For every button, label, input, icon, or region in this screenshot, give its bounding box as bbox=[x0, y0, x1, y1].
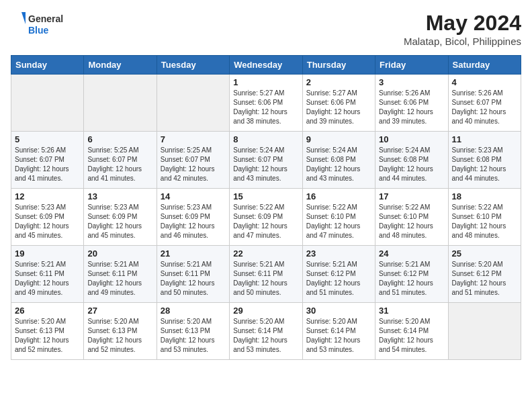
day-info: Sunrise: 5:21 AM Sunset: 6:11 PM Dayligh… bbox=[233, 260, 298, 298]
day-number: 1 bbox=[233, 77, 298, 87]
day-info: Sunrise: 5:21 AM Sunset: 6:12 PM Dayligh… bbox=[379, 260, 444, 298]
day-info: Sunrise: 5:20 AM Sunset: 6:14 PM Dayligh… bbox=[306, 317, 371, 355]
header: GeneralBlue May 2024 Malatap, Bicol, Phi… bbox=[11, 11, 521, 47]
day-cell: 11Sunrise: 5:23 AM Sunset: 6:08 PM Dayli… bbox=[448, 132, 521, 189]
logo: GeneralBlue bbox=[11, 11, 64, 38]
day-cell: 2Sunrise: 5:27 AM Sunset: 6:06 PM Daylig… bbox=[302, 75, 375, 132]
day-number: 18 bbox=[452, 191, 517, 201]
day-cell: 16Sunrise: 5:22 AM Sunset: 6:10 PM Dayli… bbox=[302, 189, 375, 246]
day-number: 5 bbox=[15, 134, 80, 144]
day-number: 13 bbox=[87, 191, 152, 201]
day-number: 4 bbox=[452, 77, 517, 87]
calendar: SundayMondayTuesdayWednesdayThursdayFrid… bbox=[11, 55, 521, 360]
month-year: May 2024 bbox=[404, 11, 521, 36]
day-cell: 26Sunrise: 5:20 AM Sunset: 6:13 PM Dayli… bbox=[11, 303, 84, 360]
day-cell: 25Sunrise: 5:20 AM Sunset: 6:12 PM Dayli… bbox=[448, 246, 521, 303]
day-number: 19 bbox=[15, 248, 80, 259]
day-info: Sunrise: 5:21 AM Sunset: 6:11 PM Dayligh… bbox=[87, 260, 152, 298]
day-info: Sunrise: 5:20 AM Sunset: 6:13 PM Dayligh… bbox=[15, 317, 80, 355]
header-friday: Friday bbox=[375, 56, 448, 75]
day-cell: 20Sunrise: 5:21 AM Sunset: 6:11 PM Dayli… bbox=[84, 246, 157, 303]
day-number: 10 bbox=[379, 134, 444, 144]
day-number: 15 bbox=[233, 191, 298, 201]
day-cell bbox=[157, 75, 229, 132]
day-info: Sunrise: 5:20 AM Sunset: 6:12 PM Dayligh… bbox=[452, 260, 517, 298]
day-cell: 15Sunrise: 5:22 AM Sunset: 6:09 PM Dayli… bbox=[230, 189, 302, 246]
svg-text:General: General bbox=[28, 13, 63, 24]
logo-svg: GeneralBlue bbox=[11, 11, 64, 38]
day-info: Sunrise: 5:22 AM Sunset: 6:10 PM Dayligh… bbox=[306, 203, 371, 240]
day-number: 9 bbox=[306, 134, 371, 144]
day-number: 11 bbox=[452, 134, 517, 144]
day-info: Sunrise: 5:27 AM Sunset: 6:06 PM Dayligh… bbox=[306, 89, 371, 126]
day-number: 30 bbox=[306, 306, 371, 316]
day-info: Sunrise: 5:25 AM Sunset: 6:07 PM Dayligh… bbox=[87, 146, 152, 183]
svg-text:Blue: Blue bbox=[28, 25, 49, 36]
day-number: 22 bbox=[233, 248, 298, 259]
day-cell: 7Sunrise: 5:25 AM Sunset: 6:07 PM Daylig… bbox=[157, 132, 229, 189]
day-info: Sunrise: 5:26 AM Sunset: 6:06 PM Dayligh… bbox=[379, 89, 444, 126]
day-info: Sunrise: 5:20 AM Sunset: 6:14 PM Dayligh… bbox=[379, 317, 444, 355]
day-number: 25 bbox=[452, 248, 517, 259]
day-info: Sunrise: 5:20 AM Sunset: 6:13 PM Dayligh… bbox=[161, 317, 226, 355]
day-cell: 30Sunrise: 5:20 AM Sunset: 6:14 PM Dayli… bbox=[302, 303, 375, 360]
day-number: 26 bbox=[15, 306, 80, 316]
title-area: May 2024 Malatap, Bicol, Philippines bbox=[404, 11, 521, 47]
day-number: 17 bbox=[379, 191, 444, 201]
day-cell: 13Sunrise: 5:23 AM Sunset: 6:09 PM Dayli… bbox=[84, 189, 157, 246]
header-monday: Monday bbox=[84, 56, 157, 75]
header-thursday: Thursday bbox=[302, 56, 375, 75]
day-cell: 5Sunrise: 5:26 AM Sunset: 6:07 PM Daylig… bbox=[11, 132, 84, 189]
day-cell: 8Sunrise: 5:24 AM Sunset: 6:07 PM Daylig… bbox=[230, 132, 302, 189]
day-cell: 1Sunrise: 5:27 AM Sunset: 6:06 PM Daylig… bbox=[230, 75, 302, 132]
day-number: 23 bbox=[306, 248, 371, 259]
day-cell: 10Sunrise: 5:24 AM Sunset: 6:08 PM Dayli… bbox=[375, 132, 448, 189]
day-info: Sunrise: 5:23 AM Sunset: 6:09 PM Dayligh… bbox=[15, 203, 80, 240]
week-row-0: 1Sunrise: 5:27 AM Sunset: 6:06 PM Daylig… bbox=[11, 75, 521, 132]
header-tuesday: Tuesday bbox=[157, 56, 229, 75]
day-number: 27 bbox=[87, 306, 152, 316]
day-info: Sunrise: 5:25 AM Sunset: 6:07 PM Dayligh… bbox=[161, 146, 226, 183]
day-number: 31 bbox=[379, 306, 444, 316]
day-cell: 23Sunrise: 5:21 AM Sunset: 6:12 PM Dayli… bbox=[302, 246, 375, 303]
day-number: 20 bbox=[87, 248, 152, 259]
day-info: Sunrise: 5:20 AM Sunset: 6:13 PM Dayligh… bbox=[87, 317, 152, 355]
day-number: 3 bbox=[379, 77, 444, 87]
day-info: Sunrise: 5:24 AM Sunset: 6:08 PM Dayligh… bbox=[379, 146, 444, 183]
day-number: 29 bbox=[233, 306, 298, 316]
day-number: 16 bbox=[306, 191, 371, 201]
day-cell: 14Sunrise: 5:23 AM Sunset: 6:09 PM Dayli… bbox=[157, 189, 229, 246]
day-info: Sunrise: 5:24 AM Sunset: 6:08 PM Dayligh… bbox=[306, 146, 371, 183]
calendar-header-row: SundayMondayTuesdayWednesdayThursdayFrid… bbox=[11, 56, 521, 75]
day-info: Sunrise: 5:23 AM Sunset: 6:09 PM Dayligh… bbox=[161, 203, 226, 240]
week-row-4: 26Sunrise: 5:20 AM Sunset: 6:13 PM Dayli… bbox=[11, 303, 521, 360]
day-number: 24 bbox=[379, 248, 444, 259]
day-info: Sunrise: 5:24 AM Sunset: 6:07 PM Dayligh… bbox=[233, 146, 298, 183]
week-row-1: 5Sunrise: 5:26 AM Sunset: 6:07 PM Daylig… bbox=[11, 132, 521, 189]
week-row-3: 19Sunrise: 5:21 AM Sunset: 6:11 PM Dayli… bbox=[11, 246, 521, 303]
day-info: Sunrise: 5:27 AM Sunset: 6:06 PM Dayligh… bbox=[233, 89, 298, 126]
day-number: 6 bbox=[87, 134, 152, 144]
day-cell: 28Sunrise: 5:20 AM Sunset: 6:13 PM Dayli… bbox=[157, 303, 229, 360]
day-info: Sunrise: 5:21 AM Sunset: 6:11 PM Dayligh… bbox=[15, 260, 80, 298]
day-cell: 31Sunrise: 5:20 AM Sunset: 6:14 PM Dayli… bbox=[375, 303, 448, 360]
day-cell: 18Sunrise: 5:22 AM Sunset: 6:10 PM Dayli… bbox=[448, 189, 521, 246]
day-cell bbox=[84, 75, 157, 132]
day-number: 14 bbox=[161, 191, 226, 201]
day-cell: 17Sunrise: 5:22 AM Sunset: 6:10 PM Dayli… bbox=[375, 189, 448, 246]
day-info: Sunrise: 5:23 AM Sunset: 6:09 PM Dayligh… bbox=[87, 203, 152, 240]
day-cell: 6Sunrise: 5:25 AM Sunset: 6:07 PM Daylig… bbox=[84, 132, 157, 189]
location: Malatap, Bicol, Philippines bbox=[404, 36, 521, 47]
day-info: Sunrise: 5:26 AM Sunset: 6:07 PM Dayligh… bbox=[15, 146, 80, 183]
day-info: Sunrise: 5:22 AM Sunset: 6:09 PM Dayligh… bbox=[233, 203, 298, 240]
header-sunday: Sunday bbox=[11, 56, 84, 75]
week-row-2: 12Sunrise: 5:23 AM Sunset: 6:09 PM Dayli… bbox=[11, 189, 521, 246]
day-cell: 12Sunrise: 5:23 AM Sunset: 6:09 PM Dayli… bbox=[11, 189, 84, 246]
day-number: 21 bbox=[161, 248, 226, 259]
day-cell: 21Sunrise: 5:21 AM Sunset: 6:11 PM Dayli… bbox=[157, 246, 229, 303]
day-cell: 29Sunrise: 5:20 AM Sunset: 6:14 PM Dayli… bbox=[230, 303, 302, 360]
day-info: Sunrise: 5:22 AM Sunset: 6:10 PM Dayligh… bbox=[379, 203, 444, 240]
day-info: Sunrise: 5:26 AM Sunset: 6:07 PM Dayligh… bbox=[452, 89, 517, 126]
day-number: 2 bbox=[306, 77, 371, 87]
day-info: Sunrise: 5:22 AM Sunset: 6:10 PM Dayligh… bbox=[452, 203, 517, 240]
